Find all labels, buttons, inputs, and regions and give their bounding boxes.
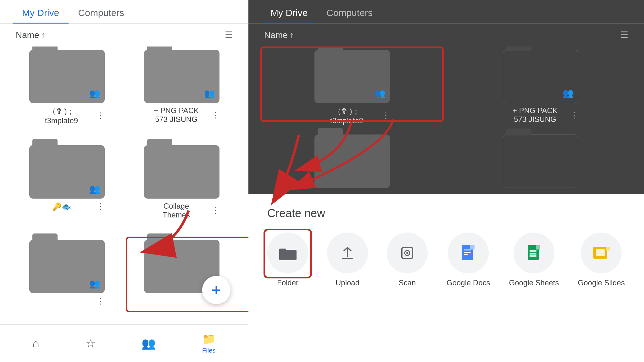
list-item[interactable]: 👥 🔑🐟 ⋮ bbox=[16, 145, 118, 230]
sort-label-left[interactable]: Name ↑ bbox=[16, 30, 46, 40]
nav-home[interactable]: ⌂ bbox=[32, 337, 39, 350]
folder-name: + PNG PACK573 JISUNG bbox=[503, 106, 568, 124]
fab-plus-icon[interactable]: + bbox=[211, 282, 221, 298]
nav-files-label: Files bbox=[202, 347, 215, 354]
upload-create-circle bbox=[327, 233, 368, 273]
svg-rect-16 bbox=[533, 255, 536, 257]
list-view-toggle-right[interactable]: ☰ bbox=[620, 30, 628, 40]
dark-folder-card: 👥 bbox=[314, 50, 390, 103]
svg-rect-7 bbox=[464, 252, 471, 253]
create-google-slides-button[interactable]: Google Slides bbox=[578, 233, 625, 287]
create-folder-label: Folder bbox=[277, 278, 298, 287]
more-options-button[interactable]: ⋮ bbox=[97, 202, 105, 211]
shared-icon: 👥 bbox=[89, 184, 100, 194]
more-options-button[interactable]: ⋮ bbox=[211, 110, 219, 120]
create-google-sheets-label: Google Sheets bbox=[509, 278, 559, 287]
folder-card-fab: + bbox=[144, 240, 219, 293]
list-item[interactable] bbox=[452, 134, 628, 188]
google-sheets-create-circle bbox=[514, 233, 554, 273]
svg-rect-1 bbox=[279, 249, 286, 251]
shared-icon: 👥 bbox=[375, 88, 386, 99]
left-tabs: My Drive Computers bbox=[0, 0, 248, 24]
list-item[interactable]: 👥 + PNG PACK573 JISUNG ⋮ bbox=[130, 50, 233, 136]
list-item[interactable]: CollageThemes ⋮ bbox=[130, 145, 233, 230]
create-new-grid: Folder Upload bbox=[267, 233, 625, 287]
create-upload-button[interactable]: Upload bbox=[327, 233, 368, 287]
nav-starred[interactable]: ☆ bbox=[86, 337, 96, 350]
list-view-toggle-left[interactable]: ☰ bbox=[225, 30, 233, 40]
svg-rect-14 bbox=[533, 253, 536, 255]
folder-card: 👥 bbox=[144, 50, 219, 103]
svg-rect-20 bbox=[606, 247, 610, 250]
svg-rect-0 bbox=[279, 250, 297, 260]
more-options-button[interactable]: ⋮ bbox=[211, 206, 219, 216]
tab-computers-left[interactable]: Computers bbox=[69, 0, 134, 23]
list-item[interactable]: 👥 + PNG PACK573 JISUNG ⋮ bbox=[452, 50, 628, 125]
more-options-button[interactable]: ⋮ bbox=[97, 111, 105, 121]
create-upload-label: Upload bbox=[336, 278, 359, 287]
svg-point-4 bbox=[406, 252, 408, 254]
svg-rect-19 bbox=[596, 249, 605, 256]
scan-icon bbox=[399, 245, 415, 261]
list-item[interactable]: 👥 ⋮ bbox=[16, 240, 118, 318]
shared-icon: 👥 bbox=[204, 88, 215, 99]
files-icon: 📁 bbox=[202, 332, 216, 346]
upload-icon bbox=[340, 245, 355, 261]
list-item[interactable] bbox=[264, 134, 440, 188]
left-panel: My Drive Computers Name ↑ ☰ 👥 （✞ )；t3mpl… bbox=[0, 0, 248, 362]
google-slides-icon bbox=[593, 246, 610, 260]
folder-name-row: （✞ )；t3mplate9 ⋮ bbox=[29, 106, 105, 125]
folder-name-row: ⋮ bbox=[29, 296, 105, 306]
folder-name: （✞ )；t3mplate9 bbox=[29, 106, 94, 125]
bottom-nav: ⌂ ☆ 👥 📁 Files bbox=[0, 324, 248, 362]
dark-folder-card bbox=[503, 134, 578, 188]
more-options-button[interactable]: ⋮ bbox=[570, 110, 578, 120]
folder-name-row: + PNG PACK573 JISUNG ⋮ bbox=[144, 106, 219, 124]
create-google-sheets-button[interactable]: Google Sheets bbox=[509, 233, 559, 287]
nav-files[interactable]: 📁 Files bbox=[202, 332, 216, 354]
sort-label-right[interactable]: Name ↑ bbox=[264, 30, 294, 40]
people-icon: 👥 bbox=[142, 337, 156, 350]
svg-rect-11 bbox=[530, 250, 533, 252]
tab-my-drive-left[interactable]: My Drive bbox=[13, 0, 69, 23]
create-folder-button[interactable]: Folder bbox=[267, 233, 308, 287]
list-item[interactable]: + bbox=[130, 240, 233, 318]
dark-folder-card: 👥 bbox=[503, 50, 578, 103]
scan-create-circle bbox=[387, 233, 428, 273]
create-google-slides-label: Google Slides bbox=[578, 278, 625, 287]
create-scan-label: Scan bbox=[399, 278, 416, 287]
more-options-button[interactable]: ⋮ bbox=[382, 111, 390, 121]
folder-name: + PNG PACK573 JISUNG bbox=[144, 106, 209, 124]
folder-card: 👥 bbox=[29, 145, 105, 199]
folder-name: CollageThemes bbox=[144, 202, 209, 219]
svg-rect-15 bbox=[530, 255, 533, 257]
svg-rect-17 bbox=[536, 245, 540, 250]
folder-name-row: CollageThemes ⋮ bbox=[144, 202, 219, 219]
folder-card bbox=[144, 145, 219, 199]
right-tabs: My Drive Computers bbox=[248, 0, 644, 24]
nav-shared[interactable]: 👥 bbox=[142, 337, 156, 350]
create-google-docs-button[interactable]: Google Docs bbox=[447, 233, 490, 287]
svg-rect-13 bbox=[530, 253, 533, 255]
sort-bar-left: Name ↑ ☰ bbox=[0, 24, 248, 47]
list-item[interactable]: 👥 （✞ )；t3mplate9 ⋮ bbox=[264, 50, 440, 125]
folder-name-row: + PNG PACK573 JISUNG ⋮ bbox=[503, 106, 578, 124]
list-item[interactable]: 👥 （✞ )；t3mplate9 ⋮ bbox=[16, 50, 118, 136]
tab-computers-right[interactable]: Computers bbox=[317, 0, 382, 23]
home-icon: ⌂ bbox=[32, 337, 39, 350]
folder-card: 👥 bbox=[29, 240, 105, 293]
more-options-button[interactable]: ⋮ bbox=[97, 296, 105, 306]
shared-icon: 👥 bbox=[89, 278, 100, 289]
create-google-docs-label: Google Docs bbox=[447, 278, 490, 287]
google-docs-icon bbox=[461, 244, 475, 262]
shared-icon: 👥 bbox=[89, 88, 100, 99]
folder-create-circle bbox=[267, 233, 308, 273]
create-scan-button[interactable]: Scan bbox=[387, 233, 428, 287]
right-panel: My Drive Computers Name ↑ ☰ 👥 （✞ )；t3mpl… bbox=[248, 0, 644, 362]
tab-my-drive-right[interactable]: My Drive bbox=[261, 0, 317, 23]
svg-rect-8 bbox=[464, 254, 468, 255]
folder-name-row: 🔑🐟 ⋮ bbox=[29, 202, 105, 211]
star-icon: ☆ bbox=[86, 337, 96, 350]
dark-folder-card bbox=[314, 134, 390, 188]
google-slides-create-circle bbox=[581, 233, 622, 273]
